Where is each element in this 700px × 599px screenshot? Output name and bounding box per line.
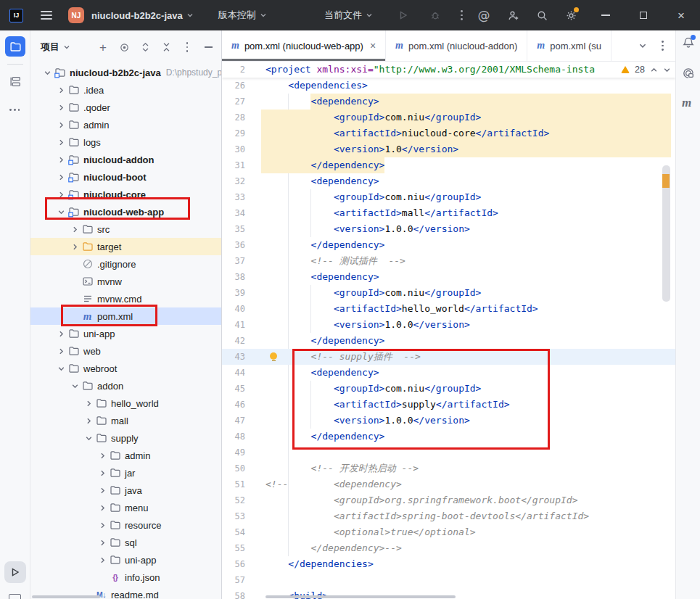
- settings-gear-icon[interactable]: [564, 9, 577, 22]
- tree-item-.gitignore[interactable]: .gitignore: [30, 255, 222, 273]
- tab-options-kebab-icon[interactable]: [662, 41, 664, 51]
- code-line-48[interactable]: 48 </dependency>: [222, 429, 675, 445]
- code-line-30[interactable]: 30 <version>1.0</version>: [222, 141, 675, 157]
- chevron-collapsed-icon[interactable]: [57, 86, 65, 94]
- code-line-27[interactable]: 27 <dependency>: [222, 94, 675, 110]
- code-line-45[interactable]: 45 <groupId>com.niu</groupId>: [222, 381, 675, 397]
- add-button[interactable]: +: [97, 41, 109, 53]
- code-line-28[interactable]: 28 <groupId>com.niu</groupId>: [222, 110, 675, 125]
- tree-item-sql[interactable]: sql: [30, 534, 222, 551]
- tree-item-uni-app[interactable]: uni-app: [30, 325, 222, 342]
- code-line-51[interactable]: 51<!-- <dependency>: [222, 476, 675, 492]
- main-menu-hamburger-icon[interactable]: [41, 11, 52, 20]
- run-configuration-selector[interactable]: 当前文件: [324, 9, 373, 22]
- code-line-57[interactable]: 57: [222, 572, 675, 588]
- maven-toolwindow-icon[interactable]: m: [682, 96, 695, 109]
- code-line-34[interactable]: 34 <artifactId>mall</artifactId>: [222, 205, 675, 221]
- chevron-collapsed-icon[interactable]: [57, 121, 65, 129]
- chevron-collapsed-icon[interactable]: [99, 539, 107, 547]
- code-line-43[interactable]: 43 <!-- supply插件 -->: [222, 349, 675, 365]
- chevron-collapsed-icon[interactable]: [57, 104, 65, 112]
- code-line-50[interactable]: 50 <!-- 开发时热启动 -->: [222, 460, 675, 476]
- structure-toolwindow-button[interactable]: [9, 75, 22, 88]
- panel-options-kebab-icon[interactable]: [181, 41, 193, 53]
- run-button[interactable]: [397, 9, 410, 22]
- chevron-expanded-icon[interactable]: [44, 69, 52, 77]
- tree-item-web[interactable]: web: [30, 342, 222, 360]
- chevron-collapsed-icon[interactable]: [99, 504, 107, 512]
- editor-horizontal-scrollbar[interactable]: [265, 595, 456, 598]
- tree-item-menu[interactable]: menu: [30, 499, 222, 516]
- chevron-expanded-icon[interactable]: [71, 382, 79, 390]
- run-anything-button[interactable]: [4, 561, 26, 583]
- tree-item-pom.xml[interactable]: mpom.xml: [30, 307, 222, 325]
- partially-visible-toolwindow-icon[interactable]: [9, 594, 21, 599]
- chevron-expanded-icon[interactable]: [57, 208, 65, 216]
- tree-item-niucloud-boot[interactable]: niucloud-boot: [30, 168, 222, 186]
- window-minimize-button[interactable]: [599, 9, 612, 22]
- code-line-40[interactable]: 40 <artifactId>hello_world</artifactId>: [222, 301, 675, 317]
- code-line-38[interactable]: 38 <dependency>: [222, 269, 675, 285]
- code-line-44[interactable]: 44 <dependency>: [222, 365, 675, 381]
- hide-panel-button[interactable]: [202, 41, 214, 53]
- tree-item-hello-world[interactable]: hello_world: [30, 394, 222, 412]
- next-warning-chevron-down-icon[interactable]: [663, 66, 671, 74]
- previous-warning-chevron-up-icon[interactable]: [650, 66, 658, 74]
- debug-bug-icon[interactable]: [429, 9, 442, 22]
- chevron-collapsed-icon[interactable]: [99, 452, 107, 460]
- tree-item-resource[interactable]: resource: [30, 516, 222, 534]
- code-line-37[interactable]: 37 <!-- 测试插件 -->: [222, 253, 675, 269]
- editor-tab-pom.xml-su[interactable]: mpom.xml (su: [527, 30, 612, 61]
- tree-item-jar[interactable]: jar: [30, 464, 222, 482]
- code-line-39[interactable]: 39 <groupId>com.niu</groupId>: [222, 285, 675, 301]
- chevron-collapsed-icon[interactable]: [57, 156, 65, 164]
- chevron-collapsed-icon[interactable]: [85, 417, 93, 425]
- tree-item-target[interactable]: target: [30, 238, 222, 255]
- more-actions-kebab-icon[interactable]: [461, 10, 463, 20]
- tree-item-mvnw[interactable]: mvnw: [30, 273, 222, 290]
- chevron-expanded-icon[interactable]: [85, 434, 93, 442]
- tree-item-niucloud-core[interactable]: niucloud-core: [30, 186, 222, 203]
- sticky-line[interactable]: 2<project xmlns:xsi="http://www.w3.org/2…: [222, 62, 675, 78]
- search-icon[interactable]: [535, 9, 548, 22]
- chevron-collapsed-icon[interactable]: [57, 139, 65, 146]
- code-line-29[interactable]: 29 <artifactId>niucloud-core</artifactId…: [222, 125, 675, 141]
- tree-item-src[interactable]: src: [30, 220, 222, 238]
- tree-item-supply[interactable]: supply: [30, 429, 222, 447]
- window-close-button[interactable]: ×: [675, 9, 688, 22]
- chevron-collapsed-icon[interactable]: [71, 226, 79, 234]
- code-line-47[interactable]: 47 <version>1.0.0</version>: [222, 413, 675, 429]
- code-with-me-user-plus-icon[interactable]: [506, 9, 519, 22]
- code-line-32[interactable]: 32 <dependency>: [222, 173, 675, 189]
- locate-file-button[interactable]: [118, 41, 130, 53]
- window-maximize-button[interactable]: [637, 9, 650, 22]
- chevron-collapsed-icon[interactable]: [99, 487, 107, 495]
- project-toolwindow-button[interactable]: [5, 36, 25, 57]
- tree-item-mvnw.cmd[interactable]: mvnw.cmd: [30, 290, 222, 307]
- editor-code[interactable]: 26 <dependencies>27 <dependency>28 <grou…: [222, 78, 675, 599]
- ai-assistant-toolwindow-icon[interactable]: [682, 67, 695, 80]
- chevron-collapsed-icon[interactable]: [57, 330, 65, 338]
- chevron-collapsed-icon[interactable]: [57, 191, 65, 199]
- code-line-31[interactable]: 31 </dependency>: [222, 157, 675, 173]
- code-line-54[interactable]: 54 <optional>true</optional>: [222, 524, 675, 540]
- tree-item-java[interactable]: java: [30, 482, 222, 499]
- tree-item-.qoder[interactable]: .qoder: [30, 99, 222, 116]
- tree-item-niucloud-addon[interactable]: niucloud-addon: [30, 151, 222, 168]
- chevron-collapsed-icon[interactable]: [99, 556, 107, 564]
- code-line-49[interactable]: 49: [222, 445, 675, 460]
- chevron-down-icon[interactable]: [63, 44, 70, 51]
- ai-assistant-icon[interactable]: @: [477, 9, 490, 22]
- code-line-55[interactable]: 55 </dependency>-->: [222, 540, 675, 556]
- chevron-collapsed-icon[interactable]: [57, 347, 65, 355]
- inspections-widget[interactable]: 28: [614, 62, 671, 78]
- tree-item-niucloud-web-app[interactable]: niucloud-web-app: [30, 203, 222, 220]
- code-line-35[interactable]: 35 <version>1.0.0</version>: [222, 221, 675, 237]
- code-line-53[interactable]: 53 <artifactId>spring-boot-devtools</art…: [222, 508, 675, 524]
- tree-item-info.json[interactable]: {}info.json: [30, 569, 222, 586]
- tree-item-niucloud-b2b2c-java[interactable]: niucloud-b2b2c-javaD:\phpstudy_p: [30, 64, 222, 81]
- tree-item-admin[interactable]: admin: [30, 447, 222, 464]
- collapse-all-button[interactable]: [160, 41, 172, 53]
- expand-all-button[interactable]: [139, 41, 151, 53]
- tree-item-admin[interactable]: admin: [30, 116, 222, 133]
